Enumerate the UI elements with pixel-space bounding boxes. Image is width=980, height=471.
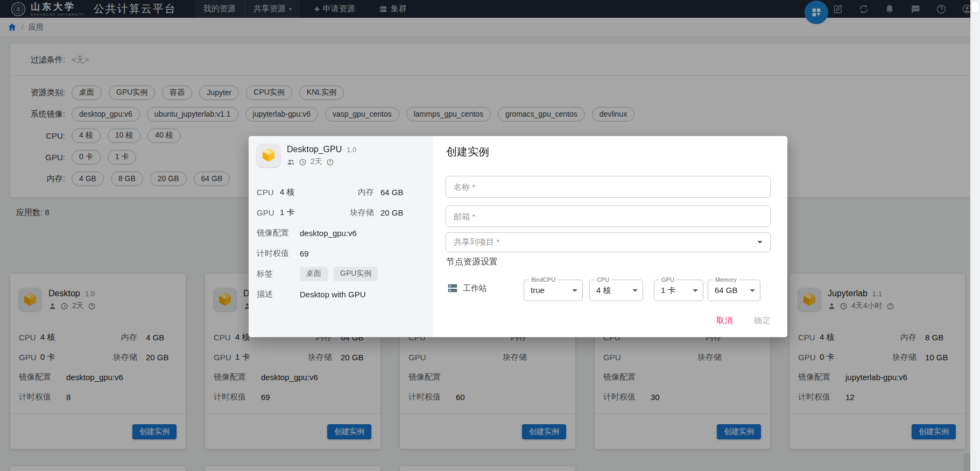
cpu-value: 4 核 [280, 187, 331, 197]
create-instance-form: 创建实例 共享到项目 * 节点资源设置 工作站 BindCPU true CPU [433, 136, 787, 337]
cpu-select-label: CPU [595, 276, 611, 283]
chevron-down-icon [693, 289, 698, 292]
chevron-down-icon [632, 289, 638, 292]
gpu-value: 1 卡 [280, 208, 331, 218]
email-input[interactable] [446, 205, 771, 227]
scrollbar-thumb[interactable] [971, 1, 979, 13]
memory-select[interactable]: Memory 64 GB [708, 280, 760, 301]
cpu-label: CPU [257, 188, 280, 197]
tag-chip: GPU实例 [334, 267, 378, 281]
gpu-label: GPU [257, 208, 280, 217]
help-icon[interactable] [326, 158, 334, 166]
cpu-select[interactable]: CPU 4 核 [589, 280, 643, 301]
app-version: 1.0 [347, 146, 356, 154]
app-duration: 2天 [311, 157, 322, 167]
confirm-button[interactable]: 确定 [754, 316, 771, 326]
app-summary-panel: Desktop_GPU 1.0 2天 [249, 136, 433, 337]
chevron-down-icon [757, 241, 763, 244]
clock-icon [299, 158, 307, 166]
memory-select-label: Memory [713, 276, 739, 283]
gpu-select[interactable]: GPU 1 卡 [654, 280, 703, 301]
gpu-select-label: GPU [659, 276, 676, 283]
workstation-label: 工作站 [463, 283, 487, 294]
chevron-down-icon [750, 289, 755, 292]
node-resources-section-title: 节点资源设置 [446, 256, 498, 268]
group-icon [287, 158, 295, 166]
description-label: 描述 [257, 289, 300, 299]
workstation-icon [447, 282, 459, 294]
tag-chip: 桌面 [300, 267, 328, 281]
image-config-label: 镜像配置 [257, 228, 300, 238]
chevron-down-icon [572, 289, 577, 292]
image-config-value: desktop_gpu:v6 [300, 229, 357, 238]
memory-label: 内存 [331, 187, 374, 197]
instance-name-input[interactable] [446, 176, 771, 198]
bindcpu-select-label: BindCPU [529, 276, 558, 283]
share-project-placeholder: 共享到项目 * [454, 237, 757, 247]
cpu-select-value: 4 核 [596, 286, 611, 296]
app-title: Desktop_GPU [287, 145, 342, 154]
app-tags: 桌面GPU实例 [300, 267, 378, 281]
gpu-select-value: 1 卡 [661, 286, 676, 296]
memory-select-value: 64 GB [715, 286, 738, 295]
storage-label: 块存储 [331, 208, 374, 218]
weight-label: 计时权值 [257, 248, 300, 259]
app-package-icon [257, 144, 280, 167]
bindcpu-select[interactable]: BindCPU true [524, 280, 583, 301]
dialog-title: 创建实例 [446, 145, 489, 159]
memory-value: 64 GB [374, 188, 413, 197]
storage-value: 20 GB [374, 208, 413, 217]
share-project-select[interactable]: 共享到项目 * [446, 232, 771, 252]
create-instance-dialog: Desktop_GPU 1.0 2天 [249, 136, 787, 337]
description-value: Desktop with GPU [300, 290, 366, 299]
weight-value: 69 [300, 249, 309, 258]
tags-label: 标签 [257, 269, 300, 279]
workstation-row: 工作站 BindCPU true CPU 4 核 GPU 1 卡 Memory … [433, 275, 787, 306]
cancel-button[interactable]: 取消 [716, 316, 734, 326]
bindcpu-select-value: true [531, 286, 545, 295]
dialog-actions: 取消 确定 [716, 316, 771, 326]
page-scrollbar[interactable] [970, 0, 980, 471]
